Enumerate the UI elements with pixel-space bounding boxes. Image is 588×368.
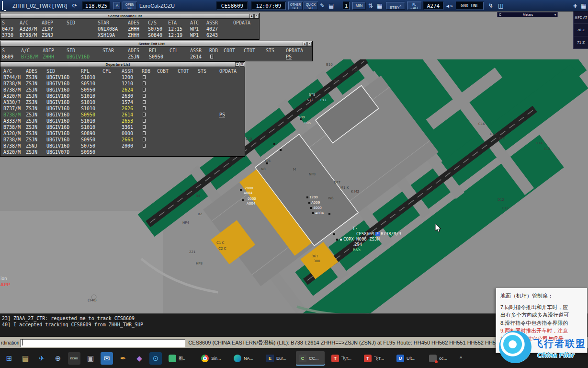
list-row[interactable]: 3730B738/MZSNJXSH19AZHHHS084012:19WP1624… — [0, 32, 259, 38]
cell: S0950 — [81, 137, 102, 142]
column-header: RFL — [149, 48, 170, 53]
cell: 2624 — [122, 87, 142, 92]
list-row[interactable]: A320/MZSJNUBGIV16DS08900000 — [0, 130, 245, 137]
open-sct-button[interactable]: OPEN SCT — [123, 1, 137, 10]
taskbar-icon-camera[interactable]: ⊙ — [149, 352, 162, 365]
updown-icon[interactable]: ⇅ — [368, 2, 373, 9]
mode-a-button[interactable]: A — [113, 2, 121, 10]
taskbar-window-euro[interactable]: EEur... — [263, 351, 292, 366]
window-titlebar[interactable]: Sector Exit List ▲ ✕ — [0, 41, 312, 46]
metars-caret-icon[interactable]: ▾ — [554, 13, 556, 16]
cell: S0950 — [81, 112, 102, 117]
close-button[interactable]: ✕ — [240, 62, 244, 67]
taskbar-icon-globe[interactable]: ⊕ — [52, 352, 64, 365]
range-display[interactable]: 1 — [343, 1, 350, 10]
column-header: A/C — [20, 20, 42, 25]
collapse-button[interactable]: ▲ — [235, 62, 239, 67]
pencil-icon[interactable]: ✎ — [320, 2, 325, 9]
taskbar-icon-mail[interactable]: ✉ — [101, 352, 113, 365]
rows-icon[interactable]: ▤ — [328, 2, 334, 9]
aircraft-datablock[interactable]: T· CES8609 P B738/M/3 COPX N006 ZSJN 294… — [332, 226, 401, 253]
rdb-box — [143, 119, 146, 123]
taskbar-window-red[interactable]: T飞T... — [328, 351, 357, 366]
list-row[interactable]: B738/MZSNJUBGIV16DS07502000 — [0, 143, 245, 149]
list-row[interactable]: B738/MZSJNUBGIV16DS05101210 — [0, 80, 245, 87]
list-row[interactable]: 0479A320/MZLXYONIX08AZHHHS075012:15WP140… — [0, 26, 259, 32]
list-row[interactable]: B738/MZSJNUBGIV16DS09502664 — [0, 137, 245, 143]
list-row[interactable]: B737/MZSJNUBGIV16DS10102626 — [0, 105, 245, 112]
taskbar-icon-start[interactable]: ⊞ — [3, 352, 15, 365]
window-titlebar[interactable]: Sector Inbound List ▲ ✕ — [0, 13, 259, 19]
coordination-input[interactable] — [20, 339, 185, 347]
plus-icon[interactable]: ✚ — [573, 3, 577, 8]
cell: 4027 — [206, 26, 233, 32]
min-button[interactable]: MIN — [352, 2, 366, 10]
metars-panel[interactable]: C Metars ▾ — [497, 12, 558, 17]
grid-icon[interactable]: ▦ — [377, 2, 382, 9]
taskbar-icon-wallet[interactable]: ▤ — [19, 352, 32, 365]
taskbar-window-edge[interactable]: NA... — [231, 351, 260, 366]
list-row[interactable]: 8609B738/MZHHHUBGIV16DZSJNS09502614PS — [0, 54, 312, 60]
exit-table: SA/CADEPSIDSTARADESRFLCFLASSRRDBCOBTCTOT… — [0, 46, 312, 61]
taskbar-icon-quill[interactable]: ✒ — [117, 352, 129, 365]
chrome-app-icon — [201, 355, 209, 362]
other-set-button[interactable]: OTHER SET — [288, 1, 303, 10]
stby-button[interactable]: STBY✕ — [386, 2, 405, 10]
list-row[interactable]: B744/HZSJNUBGIV16DS10101200 — [0, 74, 245, 80]
list-row[interactable]: B738/MZSJNUBGIV16DS09502614PS — [0, 112, 245, 118]
cell: 2614 — [122, 112, 142, 117]
cell: S0750 — [81, 143, 102, 149]
cell: B738/M — [3, 81, 26, 86]
taskbar-icon-flight[interactable]: ✈ — [35, 352, 48, 365]
taskbar-icon-echo[interactable]: ECHO — [68, 352, 80, 365]
grid2-icon[interactable]: ▦ — [581, 2, 586, 9]
qnh-display[interactable]: A274 — [423, 1, 443, 10]
close-button[interactable]: ✕ — [307, 42, 312, 46]
collapse-button[interactable]: ▲ — [249, 14, 254, 18]
cell: UBGIV16D — [46, 131, 81, 136]
callsign-display[interactable]: CES8609 — [216, 1, 248, 10]
inbound-table: SA/CADEPSIDSTARADESC/SETAATCASSROPDATA04… — [0, 19, 259, 39]
taskbar-window-red[interactable]: T飞T... — [361, 351, 390, 366]
taskbar-icon-gem[interactable]: ◆ — [133, 352, 146, 365]
speaker-icon[interactable]: ◄» — [445, 3, 452, 8]
taskbar-window-wechat[interactable]: 图.. — [166, 351, 194, 366]
quick-set-button[interactable]: QUICK SET — [304, 1, 318, 10]
strip-row[interactable]: 遥FC AT — [574, 12, 588, 24]
fl-alt-button[interactable]: FL →ALT — [407, 1, 421, 10]
close-button[interactable]: ✕ — [254, 14, 259, 18]
list-row[interactable]: A320/MZSJNUBGIV07DS0950 — [0, 149, 245, 155]
taskbar-window-oc[interactable]: oc... — [426, 351, 455, 366]
list-row[interactable]: B738/MZSJNUBGIV16DS09502624 — [0, 87, 245, 93]
refresh-icon[interactable]: ⟳ — [72, 2, 77, 9]
list-row[interactable]: A333/MZSJNUBGIV16DS10102653 — [0, 118, 245, 124]
taskbar-window-chrome[interactable]: Sin... — [198, 351, 227, 366]
datablock-callsign[interactable]: CES8609 — [356, 231, 374, 237]
panel-icon[interactable]: ◫ — [498, 2, 503, 9]
column-header: ADES — [128, 20, 148, 25]
cell: 6243 — [206, 33, 233, 38]
gnd-display[interactable]: GND-UNL — [456, 1, 484, 10]
cell: XSH19A — [98, 33, 128, 38]
clock-display: 12:07:09 — [251, 1, 286, 10]
taskbar-window-cc[interactable]: CCC... — [296, 351, 325, 366]
note-line: 地面（机坪）管制席： — [500, 292, 583, 300]
cell: A333/M — [3, 118, 26, 124]
bolt-icon[interactable]: ↯ — [488, 2, 493, 9]
taskbar-window-ult[interactable]: UUlt... — [394, 351, 422, 366]
list-row[interactable]: A320/MZSJNUBGIV16DS10102630 — [0, 93, 245, 99]
tray-overflow-button[interactable]: ^ — [460, 356, 462, 361]
strip-row[interactable]: 70 Z — [574, 24, 588, 36]
column-header: SID — [67, 48, 102, 53]
list-row[interactable]: B738/MZSJNUBGIV16DS10103361 — [0, 124, 245, 130]
right-side-strip[interactable]: 遥FC AT 70 Z 71 Z — [573, 12, 588, 49]
collapse-button[interactable]: ▲ — [303, 42, 307, 46]
taskbar-icon-robot[interactable]: ▣ — [84, 352, 97, 365]
monitor-icon[interactable] — [2, 1, 3, 10]
column-header: CTOT — [178, 69, 198, 74]
list-row[interactable]: A330/?ZSJNUBGIV16DS10101574 — [0, 99, 245, 105]
strip-row[interactable]: 71 Z — [574, 36, 588, 49]
cell: PS — [219, 112, 242, 117]
window-titlebar[interactable]: Departure List ▲ ✕ — [0, 62, 245, 67]
frequency-display[interactable]: 118.025 — [82, 1, 110, 10]
